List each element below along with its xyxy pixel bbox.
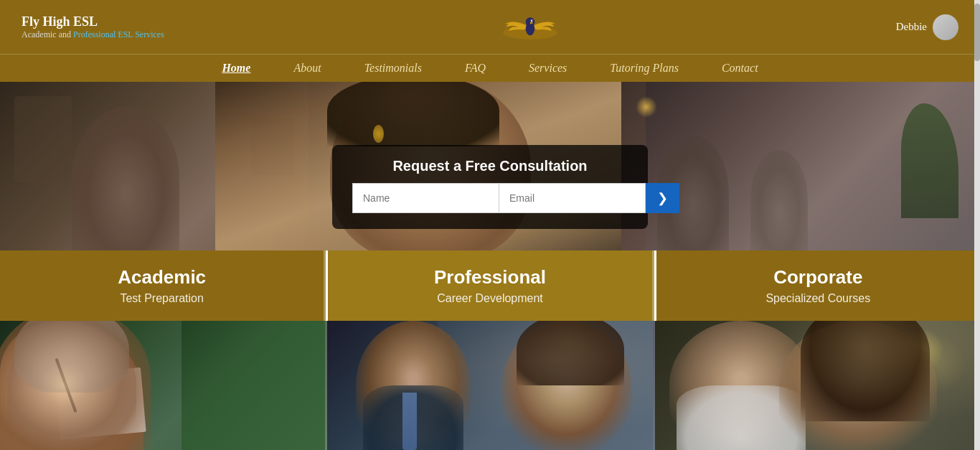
- photo-panels: [0, 321, 980, 450]
- svg-point-5: [532, 20, 533, 22]
- submit-button[interactable]: ❯: [646, 183, 679, 213]
- nav-faq[interactable]: FAQ: [465, 62, 486, 75]
- main-nav: Home About Testimonials FAQ Services Tut…: [0, 54, 980, 82]
- nav-testimonials[interactable]: Testimonials: [364, 62, 422, 75]
- user-name: Debbie: [896, 21, 927, 33]
- categories-section: Academic Test Preparation Professional C…: [0, 250, 980, 321]
- category-professional[interactable]: Professional Career Development: [328, 250, 654, 321]
- consultation-form: Request a Free Consultation ❯: [332, 145, 648, 229]
- category-professional-subtitle: Career Development: [437, 292, 543, 305]
- hero-bg-right: [621, 82, 980, 250]
- scrollbar-thumb[interactable]: [974, 4, 980, 61]
- photo-panel-corporate: [655, 321, 980, 450]
- category-professional-title: Professional: [434, 266, 546, 289]
- category-academic-title: Academic: [118, 266, 206, 289]
- scrollbar[interactable]: [974, 0, 980, 450]
- nav-about[interactable]: About: [293, 62, 321, 75]
- nav-contact[interactable]: Contact: [722, 62, 758, 75]
- brand-title: Fly High ESL: [22, 14, 98, 29]
- nav-home[interactable]: Home: [222, 62, 250, 75]
- nav-services[interactable]: Services: [529, 62, 567, 75]
- brand-subtitle: Academic and Professional ESL Services: [22, 29, 164, 40]
- category-corporate-subtitle: Specialized Courses: [765, 292, 870, 305]
- consultation-title: Request a Free Consultation: [392, 158, 587, 174]
- category-corporate-title: Corporate: [773, 266, 862, 289]
- category-academic[interactable]: Academic Test Preparation: [0, 250, 326, 321]
- consultation-form-inputs: ❯: [352, 183, 628, 213]
- name-input[interactable]: [352, 183, 499, 213]
- hero-section: Request a Free Consultation ❯: [0, 82, 980, 250]
- photo-panel-professional: [327, 321, 654, 450]
- user-info: Debbie: [896, 14, 958, 40]
- site-header: Fly High ESL Academic and Professional E…: [0, 0, 980, 54]
- email-input[interactable]: [499, 183, 646, 213]
- category-corporate[interactable]: Corporate Specialized Courses: [656, 250, 980, 321]
- avatar: [933, 14, 958, 40]
- logo-icon: [501, 7, 559, 47]
- photo-panel-academic: [0, 321, 327, 450]
- nav-tutoring-plans[interactable]: Tutoring Plans: [610, 62, 679, 75]
- logo: [501, 7, 559, 47]
- category-academic-subtitle: Test Preparation: [120, 292, 204, 305]
- brand: Fly High ESL Academic and Professional E…: [22, 14, 164, 40]
